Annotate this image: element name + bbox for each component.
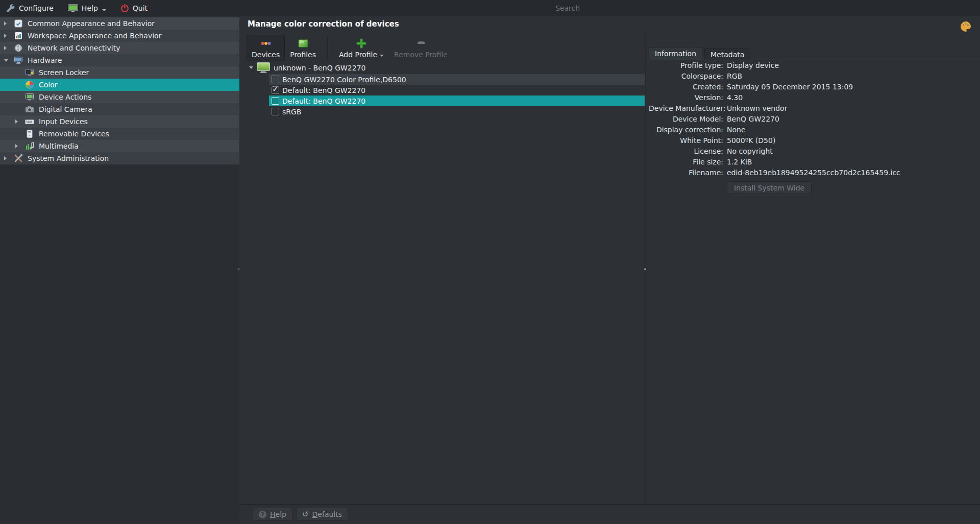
profile-label: Default: BenQ GW2270 <box>282 97 365 105</box>
add-profile-label: Add Profile <box>339 51 377 59</box>
multimedia-icon <box>24 141 35 151</box>
sidebar-item-color[interactable]: Color <box>0 79 239 91</box>
workspace-appearance-icon <box>13 31 23 41</box>
configure-icon <box>6 4 15 13</box>
collapse-arrow-icon[interactable] <box>4 59 8 62</box>
help-menu-button[interactable]: Help <box>68 4 106 12</box>
sidebar-item-label: Screen Locker <box>39 68 89 77</box>
sidebar-item-multimedia[interactable]: Multimedia <box>0 140 239 152</box>
remove-profile-button[interactable]: Remove Profile <box>389 35 453 61</box>
field-label: White Point: <box>649 135 723 146</box>
sidebar-item-label: Common Appearance and Behavior <box>28 19 155 28</box>
collapse-arrow-icon[interactable] <box>249 66 253 69</box>
profile-checkbox[interactable] <box>272 108 279 115</box>
quit-icon <box>120 4 129 13</box>
devices-icon <box>260 38 272 49</box>
profiles-icon <box>298 38 309 49</box>
tab-metadata[interactable]: Metadata <box>704 49 750 60</box>
tab-information[interactable]: Information <box>649 47 702 60</box>
sidebar-item-label: Workspace Appearance and Behavior <box>28 32 161 40</box>
sidebar-item-workspace-appearance[interactable]: Workspace Appearance and Behavior <box>0 30 239 42</box>
configure-button[interactable]: Configure <box>6 4 54 13</box>
camera-icon <box>24 104 35 114</box>
expand-arrow-icon[interactable] <box>4 34 7 38</box>
quit-label: Quit <box>133 4 148 12</box>
expand-arrow-icon[interactable] <box>15 120 18 124</box>
field-label: Display correction: <box>649 125 723 135</box>
sidebar-item-hardware[interactable]: Hardware <box>0 54 239 66</box>
field-label: Created: <box>649 82 723 92</box>
device-actions-icon <box>24 92 35 102</box>
profile-label: Default: BenQ GW2270 <box>282 86 365 94</box>
panel-splitter-handle[interactable] <box>644 268 646 270</box>
profile-checkbox[interactable] <box>272 76 279 83</box>
hardware-icon <box>13 55 23 65</box>
search-input[interactable] <box>551 2 975 15</box>
input-devices-icon <box>24 116 35 127</box>
field-value: BenQ GW2270 <box>727 114 980 125</box>
info-panel: Information Metadata Profile type: Displ… <box>649 47 980 194</box>
help-button[interactable]: ? Help <box>253 508 292 521</box>
quit-button[interactable]: Quit <box>120 4 148 13</box>
tab-label: Information <box>655 50 696 58</box>
profile-row[interactable]: BenQ GW2270 Color Profile,D6500 <box>269 74 645 85</box>
sidebar-item-screen-locker[interactable]: Screen Locker <box>0 66 239 79</box>
sidebar-item-label: Color <box>39 81 58 89</box>
profile-row-selected[interactable]: Default: BenQ GW2270 <box>269 96 645 106</box>
sidebar-item-common-appearance[interactable]: Common Appearance and Behavior <box>0 17 239 30</box>
common-appearance-icon <box>13 18 23 29</box>
sidebar-item-label: System Administration <box>28 154 109 162</box>
field-label: Profile type: <box>649 60 723 71</box>
color-module-icon <box>960 20 972 33</box>
device-row[interactable]: unknown - BenQ GW2270 <box>247 61 645 74</box>
field-value: None <box>727 125 980 135</box>
sidebar-item-input-devices[interactable]: Input Devices <box>0 115 239 128</box>
main-panel: Manage color correction of devices Devic… <box>239 16 980 524</box>
sidebar-item-label: Input Devices <box>39 117 88 126</box>
install-system-wide-button[interactable]: Install System Wide <box>727 181 812 194</box>
help-menu-label: Help <box>82 4 98 12</box>
removable-devices-icon <box>24 129 35 139</box>
field-value: 4.30 <box>727 92 980 103</box>
sidebar-item-label: Device Actions <box>39 93 91 101</box>
monitor-icon <box>257 62 270 73</box>
sidebar-item-device-actions[interactable]: Device Actions <box>0 91 239 103</box>
profile-row[interactable]: ✓ Default: BenQ GW2270 <box>269 85 645 96</box>
sidebar-item-digital-camera[interactable]: Digital Camera <box>0 103 239 115</box>
panel-splitter[interactable] <box>645 31 646 504</box>
defaults-icon: ↺ <box>302 511 309 518</box>
sidebar-item-system-administration[interactable]: System Administration <box>0 152 239 164</box>
profiles-toolbar: Devices Profiles Add Profile Remove Prof… <box>247 35 453 61</box>
profile-info-fields: Profile type: Display device Colorspace:… <box>649 60 980 178</box>
profiles-tab-label: Profiles <box>290 51 316 59</box>
defaults-button[interactable]: ↺ Defaults <box>296 508 348 521</box>
expand-arrow-icon[interactable] <box>15 144 18 148</box>
profile-label: BenQ GW2270 Color Profile,D6500 <box>282 76 406 84</box>
remove-icon <box>415 38 427 49</box>
expand-arrow-icon[interactable] <box>4 156 7 160</box>
add-profile-button[interactable]: Add Profile <box>334 35 389 61</box>
add-icon <box>356 38 367 49</box>
field-label: Device Manufacturer: <box>649 103 723 114</box>
help-icon: ? <box>259 511 266 518</box>
profile-row[interactable]: sRGB <box>269 106 645 117</box>
expand-arrow-icon[interactable] <box>4 21 7 26</box>
footer-divider <box>239 504 980 505</box>
sidebar-item-network[interactable]: Network and Connectivity <box>0 42 239 54</box>
expand-arrow-icon[interactable] <box>4 46 7 50</box>
device-tree: unknown - BenQ GW2270 BenQ GW2270 Color … <box>247 61 645 117</box>
defaults-button-label: Defaults <box>312 510 342 518</box>
devices-tab-label: Devices <box>252 51 280 59</box>
field-value: No copyright <box>727 146 980 157</box>
profile-checkbox[interactable] <box>272 97 279 105</box>
device-label: unknown - BenQ GW2270 <box>274 64 365 72</box>
sidebar-item-label: Digital Camera <box>39 105 92 113</box>
field-value: 1.2 KiB <box>727 157 980 168</box>
sidebar-item-removable-devices[interactable]: Removable Devices <box>0 128 239 140</box>
profiles-tab-button[interactable]: Profiles <box>285 35 321 61</box>
network-icon <box>13 43 23 53</box>
profile-checkbox-checked[interactable]: ✓ <box>272 86 279 94</box>
devices-tab-button[interactable]: Devices <box>247 35 285 61</box>
sidebar: Common Appearance and Behavior Workspace… <box>0 16 239 524</box>
sidebar-item-label: Multimedia <box>39 142 79 150</box>
